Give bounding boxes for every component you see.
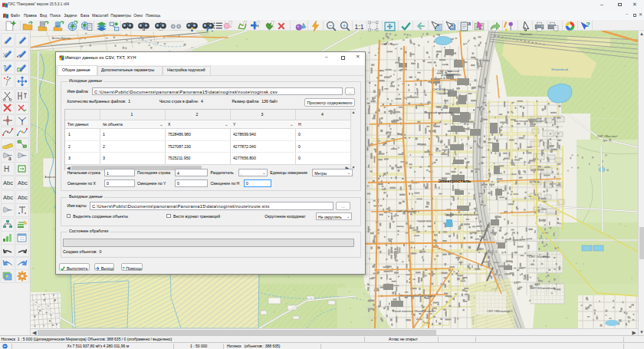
svg-text:Юбилейный: Юбилейный <box>551 68 568 71</box>
svg-text:a: a <box>468 21 471 26</box>
svg-text:СНТ Любитель: СНТ Любитель <box>529 255 550 258</box>
svg-text:+: + <box>343 21 347 28</box>
svg-text:...: ... <box>159 25 163 31</box>
svg-text:−: − <box>329 21 333 28</box>
svg-text:Abc: Abc <box>3 194 13 201</box>
svg-text:a: a <box>8 156 12 161</box>
svg-text:Юго-западный микрорайон: Юго-западный микрорайон <box>400 295 435 298</box>
svg-text:Центральный микрорайон: Центральный микрорайон <box>445 213 478 216</box>
svg-text:Городок»: Городок» <box>436 91 450 95</box>
svg-text:Ангело-Вургола: Ангело-Вургола <box>52 37 71 40</box>
svg-text:СНТ «Заря»: СНТ «Заря» <box>381 42 399 46</box>
svg-text:СНТ «Радуга»: СНТ «Радуга» <box>396 209 417 213</box>
svg-text:СНТ «Металлург»: СНТ «Металлург» <box>487 309 513 313</box>
svg-text:1:1: 1:1 <box>355 22 364 30</box>
svg-text:Abc: Abc <box>18 194 28 201</box>
svg-text:...: ... <box>174 25 179 31</box>
svg-text:(уч. 4): (уч. 4) <box>603 138 612 142</box>
svg-text:Городок»: Городок» <box>442 73 455 77</box>
svg-text:?: ? <box>586 21 590 28</box>
svg-text:Жилой комплекс «Новое Яголино»: Жилой комплекс «Новое Яголино» <box>393 310 436 313</box>
svg-text:Электросталь: Электросталь <box>439 178 472 183</box>
svg-text:H: H <box>4 165 9 173</box>
svg-text:a: a <box>143 26 146 31</box>
svg-text:Полянка: Полянка <box>520 32 533 36</box>
svg-text:Северный микрорайон: Северный микрорайон <box>424 111 453 114</box>
svg-text:Восточный микрорайон: Восточный микрорайон <box>514 120 544 123</box>
svg-text:СНТ Юбилейный: СНТ Юбилейный <box>531 286 555 290</box>
svg-text:Abc: Abc <box>3 179 13 186</box>
svg-text:Abc: Abc <box>18 179 28 186</box>
